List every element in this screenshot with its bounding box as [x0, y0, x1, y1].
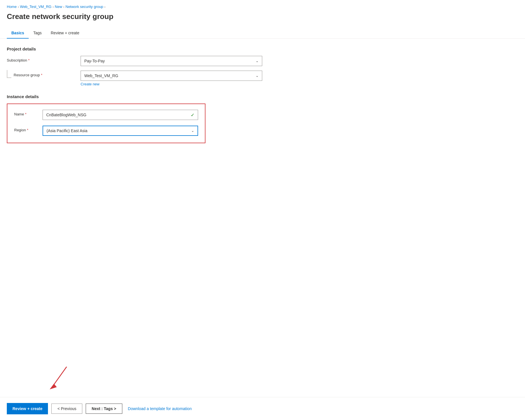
download-template-link[interactable]: Download a template for automation: [128, 406, 192, 411]
page-title: Create network security group: [0, 11, 525, 28]
subscription-field: Pay-To-Pay ⌄: [81, 56, 262, 66]
breadcrumb-nsg[interactable]: Network security group: [66, 5, 103, 9]
resource-group-value: Web_Test_VM_RG: [84, 73, 256, 78]
name-row: Name * CnBateBlogWeb_NSG ✓: [14, 110, 198, 120]
svg-line-0: [52, 367, 67, 387]
region-required: *: [27, 128, 28, 132]
name-input[interactable]: CnBateBlogWeb_NSG ✓: [43, 110, 198, 120]
resource-group-label: Resource group *: [14, 73, 42, 77]
name-required: *: [25, 112, 26, 116]
resource-group-dropdown[interactable]: Web_Test_VM_RG ⌄: [81, 71, 262, 81]
instance-details-section: Instance details Name * CnBateBlogWeb_NS…: [7, 94, 305, 143]
name-label: Name *: [14, 110, 43, 116]
breadcrumb-sep-1: ›: [18, 5, 19, 9]
breadcrumb-rg[interactable]: Web_Test_VM_RG: [20, 5, 51, 9]
subscription-value: Pay-To-Pay: [84, 59, 256, 63]
region-value: (Asia Pacific) East Asia: [47, 128, 191, 133]
tab-basics[interactable]: Basics: [7, 28, 29, 39]
bottom-bar: Review + create < Previous Next : Tags >…: [0, 397, 525, 420]
region-label: Region *: [14, 126, 43, 132]
breadcrumb-sep-2: ›: [52, 5, 54, 9]
subscription-dropdown[interactable]: Pay-To-Pay ⌄: [81, 56, 262, 66]
resource-group-chevron-icon: ⌄: [256, 74, 259, 78]
name-value: CnBateBlogWeb_NSG: [46, 113, 86, 117]
subscription-required: *: [28, 58, 30, 62]
review-create-button[interactable]: Review + create: [7, 403, 48, 414]
breadcrumb-new[interactable]: New: [55, 5, 62, 9]
previous-button[interactable]: < Previous: [51, 404, 82, 414]
region-row: Region * (Asia Pacific) East Asia ⌄: [14, 126, 198, 136]
project-details-section: Project details Subscription * Pay-To-Pa…: [7, 47, 305, 86]
next-button[interactable]: Next : Tags >: [86, 404, 122, 414]
create-new-link[interactable]: Create new: [81, 82, 99, 86]
tab-review-create[interactable]: Review + create: [46, 28, 84, 39]
breadcrumb-home[interactable]: Home: [7, 5, 17, 9]
breadcrumb-sep-4: ›: [104, 5, 106, 9]
instance-fields-container: Name * CnBateBlogWeb_NSG ✓ Region *: [7, 104, 205, 143]
arrow-annotation: [47, 367, 70, 393]
breadcrumb: Home › Web_Test_VM_RG › New › Network se…: [0, 0, 525, 11]
subscription-label: Subscription *: [7, 56, 81, 62]
subscription-row: Subscription * Pay-To-Pay ⌄: [7, 56, 305, 66]
resource-group-field: Web_Test_VM_RG ⌄ Create new: [81, 71, 262, 86]
tab-bar: Basics Tags Review + create: [0, 28, 525, 39]
tab-tags[interactable]: Tags: [29, 28, 46, 39]
name-valid-icon: ✓: [191, 112, 194, 118]
resource-group-label-wrapper: Resource group *: [7, 71, 81, 78]
breadcrumb-sep-3: ›: [63, 5, 64, 9]
subscription-chevron-icon: ⌄: [256, 59, 259, 63]
resource-group-required: *: [41, 73, 42, 77]
project-details-title: Project details: [7, 47, 305, 51]
name-field: CnBateBlogWeb_NSG ✓: [43, 110, 198, 120]
instance-details-title: Instance details: [7, 94, 305, 99]
svg-marker-1: [50, 384, 57, 389]
region-field: (Asia Pacific) East Asia ⌄: [43, 126, 198, 136]
region-dropdown[interactable]: (Asia Pacific) East Asia ⌄: [43, 126, 198, 136]
region-chevron-icon: ⌄: [191, 129, 194, 133]
resource-group-row: Resource group * Web_Test_VM_RG ⌄ Create…: [7, 71, 305, 86]
